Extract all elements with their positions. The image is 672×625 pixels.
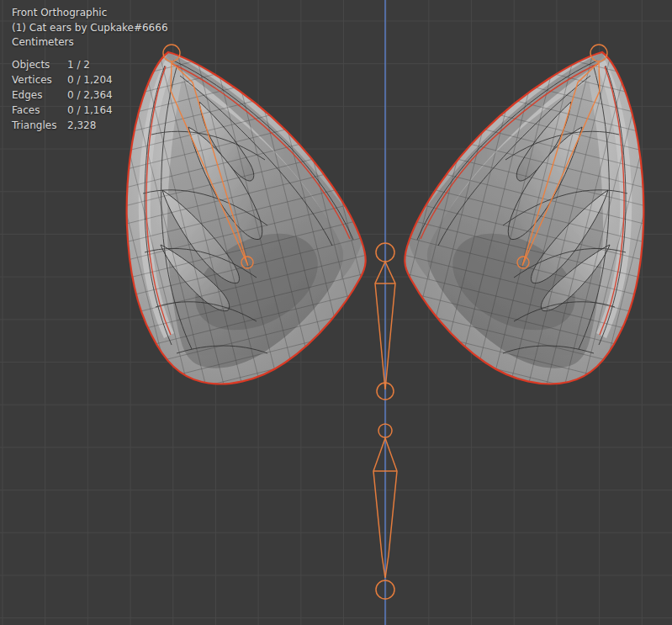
stat-label: Faces [12, 105, 57, 116]
stat-value: 1 / 2 [67, 60, 113, 71]
stat-label: Triangles [12, 120, 57, 131]
stat-value: 2,328 [67, 120, 113, 131]
stat-value: 0 / 1,164 [67, 105, 113, 116]
viewport-header-overlay: Front Orthographic (1) Cat ears by Cupka… [12, 6, 168, 50]
blender-3d-viewport[interactable]: Front Orthographic (1) Cat ears by Cupka… [0, 0, 672, 625]
stat-label: Vertices [12, 75, 57, 86]
cat-ear-left[interactable] [127, 45, 366, 384]
stat-value: 0 / 1,204 [67, 75, 113, 86]
stat-value: 0 / 2,364 [67, 90, 113, 101]
view-name-label: Front Orthographic [12, 6, 168, 21]
stat-label: Objects [12, 60, 57, 71]
units-label: Centimeters [12, 35, 168, 50]
stats-panel: Objects 1 / 2 Vertices 0 / 1,204 Edges 0… [12, 60, 113, 131]
active-object-label: (1) Cat ears by Cupkake#6666 [12, 21, 168, 36]
cat-ear-right[interactable] [405, 45, 643, 384]
stat-label: Edges [12, 90, 57, 101]
